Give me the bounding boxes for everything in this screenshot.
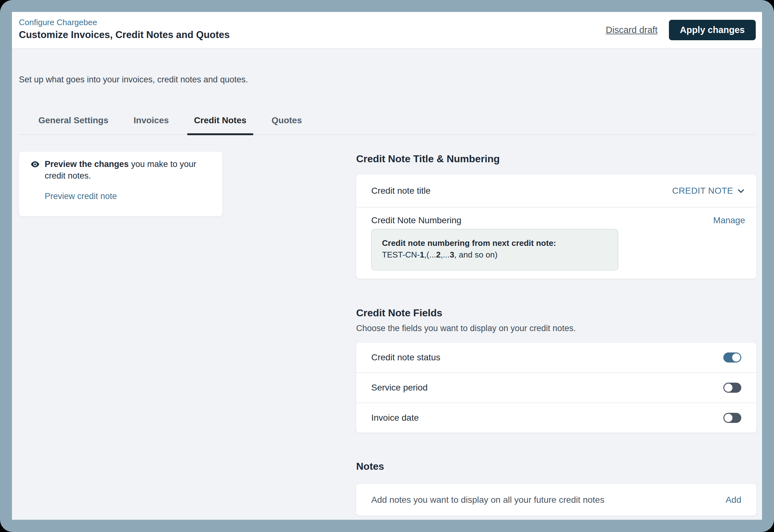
discard-draft-link[interactable]: Discard draft <box>606 25 657 35</box>
credit-note-title-select[interactable]: CREDIT NOTE <box>672 186 745 196</box>
settings-column: Credit Note Title & Numbering Credit not… <box>356 152 756 516</box>
preview-card: Preview the changes you make to your cre… <box>19 152 222 216</box>
manage-link[interactable]: Manage <box>713 215 745 226</box>
chevron-down-icon <box>737 187 745 195</box>
page-header: Configure Chargebee Customize Invoices, … <box>12 12 762 49</box>
notes-row-label: Add notes you want to display on all you… <box>371 495 604 505</box>
service-period-toggle[interactable] <box>723 383 741 393</box>
numbering-info-line1: Credit note numbering from next credit n… <box>382 237 608 249</box>
invoice-date-label: Invoice date <box>371 413 419 423</box>
header-actions: Discard draft Apply changes <box>606 12 756 48</box>
preview-card-text: Preview the changes you make to your cre… <box>45 158 215 216</box>
field-row-invoice-date: Invoice date <box>356 403 756 433</box>
credit-note-title-label: Credit note title <box>371 186 431 196</box>
toggle-knob <box>732 353 740 362</box>
credit-note-status-toggle[interactable] <box>723 352 741 363</box>
notes-card: Add notes you want to display on all you… <box>356 484 756 516</box>
toggle-knob <box>724 384 732 392</box>
preview-credit-note-link[interactable]: Preview credit note <box>45 191 117 202</box>
preview-card-bold: Preview the changes <box>45 159 129 169</box>
credit-note-fields-card: Credit note status Service period Invoic… <box>356 343 756 433</box>
eye-icon <box>31 158 39 170</box>
tab-bar: General Settings Invoices Credit Notes Q… <box>19 115 756 135</box>
page-title: Customize Invoices, Credit Notes and Quo… <box>19 28 230 42</box>
field-row-credit-note-status: Credit note status <box>356 343 756 372</box>
tab-invoices[interactable]: Invoices <box>127 115 176 134</box>
section-heading-notes: Notes <box>356 460 756 473</box>
intro-text: Set up what goes into your invoices, cre… <box>19 74 248 86</box>
window-frame: Configure Chargebee Customize Invoices, … <box>0 0 774 532</box>
numbering-info-line2: TEST-CN-1,(...2,...3, and so on) <box>382 249 608 261</box>
credit-note-status-label: Credit note status <box>371 352 440 363</box>
page-body: Set up what goes into your invoices, cre… <box>12 49 762 520</box>
section-heading-title-numbering: Credit Note Title & Numbering <box>356 152 756 165</box>
toggle-knob <box>724 414 732 422</box>
credit-note-title-row: Credit note title CREDIT NOTE <box>356 175 756 207</box>
add-notes-link[interactable]: Add <box>726 495 741 505</box>
credit-note-numbering-label: Credit Note Numbering <box>371 215 461 225</box>
tab-general-settings[interactable]: General Settings <box>31 115 115 134</box>
app-window: Configure Chargebee Customize Invoices, … <box>12 12 762 520</box>
apply-changes-button[interactable]: Apply changes <box>669 20 756 40</box>
tab-quotes[interactable]: Quotes <box>264 115 309 134</box>
field-row-service-period: Service period <box>356 373 756 402</box>
invoice-date-toggle[interactable] <box>723 413 741 423</box>
breadcrumb-configure-chargebee[interactable]: Configure Chargebee <box>19 17 97 28</box>
title-numbering-card: Credit note title CREDIT NOTE Credit Not… <box>356 175 756 279</box>
service-period-label: Service period <box>371 383 428 393</box>
credit-note-title-value: CREDIT NOTE <box>672 186 733 196</box>
section-heading-fields: Credit Note Fields <box>356 307 756 319</box>
numbering-info-box: Credit note numbering from next credit n… <box>371 229 618 270</box>
fields-section-description: Choose the fields you want to display on… <box>356 323 756 334</box>
tab-credit-notes[interactable]: Credit Notes <box>187 115 253 134</box>
credit-note-numbering-row: Credit Note Numbering Manage Credit note… <box>356 208 756 279</box>
